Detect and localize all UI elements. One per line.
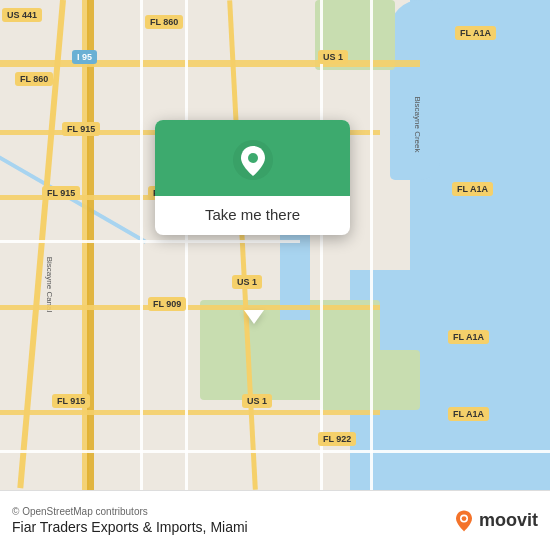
road-fl909	[0, 305, 380, 310]
location-pin-icon	[231, 138, 275, 182]
creek-label: Biscayne Creek	[412, 96, 421, 152]
svg-point-1	[248, 153, 258, 163]
location-popup[interactable]: Take me there	[155, 120, 350, 235]
badge-us1-bot: US 1	[242, 394, 272, 408]
road-v2	[140, 0, 143, 490]
badge-fla1a-low: FL A1A	[448, 330, 489, 344]
badge-us441: US 441	[2, 8, 42, 22]
take-me-there-button[interactable]: Take me there	[155, 196, 350, 235]
road-h3	[0, 240, 300, 243]
badge-fl915-2: FL 915	[42, 186, 80, 200]
badge-fl909: FL 909	[148, 297, 186, 311]
badge-fl915-1: FL 915	[62, 122, 100, 136]
road-v3	[185, 0, 188, 490]
popup-header	[155, 120, 350, 196]
road-v4	[320, 0, 323, 490]
badge-i95: I 95	[72, 50, 97, 64]
place-name: Fiar Traders Exports & Imports, Miami	[12, 519, 248, 535]
badge-fla1a-mid: FL A1A	[452, 182, 493, 196]
popup-arrow	[244, 310, 264, 324]
moovit-brand-text: moovit	[479, 510, 538, 531]
badge-fl860-left: FL 860	[15, 72, 53, 86]
road-fl915-bot	[0, 410, 380, 415]
svg-point-3	[462, 516, 467, 521]
badge-fl922: FL 922	[318, 432, 356, 446]
badge-fl915-bot: FL 915	[52, 394, 90, 408]
badge-fla1a-top: FL A1A	[455, 26, 496, 40]
road-fl922	[0, 450, 550, 453]
map-attribution: © OpenStreetMap contributors	[12, 506, 248, 517]
badge-us1-top: US 1	[318, 50, 348, 64]
moovit-pin-icon	[452, 509, 476, 533]
moovit-logo[interactable]: moovit	[452, 509, 538, 533]
map-container: Biscayne Creek Biscayne Canal US 441 I 9…	[0, 0, 550, 490]
badge-us1-mid: US 1	[232, 275, 262, 289]
road-v5	[370, 0, 373, 490]
road-i95-b	[87, 0, 94, 490]
bottom-bar: © OpenStreetMap contributors Fiar Trader…	[0, 490, 550, 550]
canal-label: Biscayne Canal	[45, 257, 54, 313]
bottom-info: © OpenStreetMap contributors Fiar Trader…	[12, 506, 248, 535]
badge-fla1a-bot: FL A1A	[448, 407, 489, 421]
road-fl860	[0, 60, 420, 67]
badge-fl860: FL 860	[145, 15, 183, 29]
